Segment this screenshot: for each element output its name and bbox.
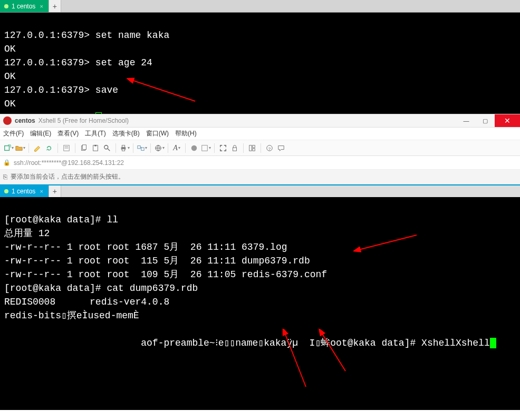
menubar: 文件(F) 编辑(E) 查看(V) 工具(T) 选项卡(B) 窗口(W) 帮助(…: [0, 128, 520, 140]
script-icon[interactable]: [189, 143, 199, 153]
tab-label: 1 centos: [12, 188, 35, 195]
svg-rect-22: [253, 148, 255, 150]
tab-centos-top[interactable]: 1 centos ×: [0, 0, 49, 12]
term-line: -rw-r--r-- 1 root root 109 5月 26 11:05 r…: [4, 269, 327, 280]
menu-view[interactable]: 查看(V): [57, 129, 79, 138]
hint-text: 要添加当前会话，点击左侧的箭头按钮。: [11, 172, 124, 181]
fullscreen-icon[interactable]: [218, 143, 228, 153]
maximize-button[interactable]: ▢: [476, 114, 495, 127]
term-line: OK: [4, 71, 16, 82]
svg-rect-19: [233, 148, 237, 151]
script-dropdown-icon[interactable]: [200, 143, 211, 153]
redis-terminal[interactable]: 127.0.0.1:6379> set name kaka OK 127.0.0…: [0, 13, 520, 114]
svg-rect-6: [82, 144, 86, 149]
term-line: -rw-r--r-- 1 root root 115 5月 26 11:11 d…: [4, 256, 310, 266]
hint-bar: ⎘ 要添加当前会话，点击左侧的箭头按钮。: [0, 170, 520, 184]
term-line: aof-preamble~⁝e▯▯name▯kakaÿµ I▯蛑oot@kaka…: [4, 338, 490, 348]
svg-rect-21: [253, 145, 255, 147]
properties-icon[interactable]: [61, 143, 72, 153]
status-dot-icon: [4, 189, 8, 193]
help-icon[interactable]: ?: [264, 143, 275, 153]
term-line: OK: [4, 44, 16, 54]
toolbar: A ?: [0, 140, 520, 156]
globe-icon[interactable]: [154, 143, 165, 153]
layout-icon[interactable]: [247, 143, 257, 153]
menu-help[interactable]: 帮助(H): [175, 129, 197, 138]
svg-rect-15: [141, 148, 143, 150]
term-line: [root@kaka data]# ll: [4, 214, 118, 225]
term-line: 127.0.0.1:6379> set name kaka: [4, 30, 169, 41]
svg-point-17: [191, 145, 197, 151]
svg-rect-13: [122, 149, 124, 151]
lock-small-icon: 🔒: [3, 159, 11, 166]
transfer-icon[interactable]: [137, 143, 147, 153]
menu-file[interactable]: 文件(F): [3, 129, 24, 138]
svg-rect-12: [122, 145, 124, 147]
annotation-arrow-icon: [127, 75, 200, 106]
bottom-terminal-tabbar: 1 centos × +: [0, 184, 520, 197]
open-folder-icon[interactable]: [15, 143, 25, 153]
svg-line-25: [359, 235, 417, 250]
paste-icon[interactable]: [90, 143, 101, 153]
top-terminal-tabbar: 1 centos × +: [0, 0, 520, 13]
address-bar: 🔒 ssh://root:********@192.168.254.131:22: [0, 156, 520, 170]
term-line: 127.0.0.1:6379> set age 24: [4, 57, 152, 68]
term-line: REDIS0008 redis-ver4.0.8: [4, 297, 169, 307]
window-title: centos: [15, 117, 35, 124]
print-icon[interactable]: [119, 143, 130, 153]
close-button[interactable]: ✕: [495, 114, 520, 127]
font-icon[interactable]: A: [171, 143, 182, 153]
menu-edit[interactable]: 编辑(E): [30, 129, 51, 138]
menu-tools[interactable]: 工具(T): [85, 129, 105, 138]
menu-tabs[interactable]: 选项卡(B): [112, 129, 140, 138]
shell-terminal[interactable]: [root@kaka data]# ll 总用量 12 -rw-r--r-- 1…: [0, 197, 520, 410]
svg-rect-8: [94, 144, 97, 146]
xshell-app-icon: [3, 116, 12, 125]
term-line: [root@kaka data]# cat dump6379.rdb: [4, 283, 198, 294]
add-tab-button[interactable]: +: [49, 185, 61, 197]
cursor-icon: [490, 338, 496, 348]
tab-label: 1 centos: [12, 3, 35, 10]
new-session-icon[interactable]: [3, 143, 14, 153]
svg-point-9: [104, 145, 108, 149]
svg-rect-14: [137, 145, 140, 148]
find-icon[interactable]: [102, 143, 112, 153]
address-text[interactable]: ssh://root:********@192.168.254.131:22: [14, 159, 517, 167]
chat-icon[interactable]: [276, 143, 286, 153]
tab-centos-bottom[interactable]: 1 centos ×: [0, 185, 49, 197]
term-line: 127.0.0.1:6379> save: [4, 85, 118, 95]
svg-rect-18: [201, 145, 207, 151]
annotation-arrow-icon: [314, 329, 356, 376]
menu-window[interactable]: 窗口(W): [146, 129, 169, 138]
minimize-button[interactable]: —: [457, 114, 476, 127]
term-line: OK: [4, 99, 16, 109]
svg-line-10: [108, 148, 110, 150]
annotation-arrow-icon: [353, 230, 422, 256]
svg-line-0: [132, 80, 195, 101]
svg-text:?: ?: [268, 146, 271, 151]
highlighter-icon[interactable]: [32, 143, 43, 153]
arrow-right-icon[interactable]: ⎘: [3, 173, 7, 181]
copy-icon[interactable]: [79, 143, 89, 153]
term-line: redis-bits▯㨠eÌused-memÈ: [4, 310, 139, 321]
status-dot-icon: [4, 4, 8, 8]
term-line: 总用量 12: [4, 228, 50, 239]
close-icon[interactable]: ×: [38, 188, 44, 194]
reconnect-icon[interactable]: [44, 143, 54, 153]
lock-icon[interactable]: [229, 143, 240, 153]
term-line: -rw-r--r-- 1 root root 1687 5月 26 11:11 …: [4, 242, 287, 252]
close-icon[interactable]: ×: [38, 3, 44, 9]
window-subtitle: Xshell 5 (Free for Home/School): [38, 117, 129, 124]
xshell-titlebar: centos Xshell 5 (Free for Home/School) —…: [0, 114, 520, 128]
add-tab-button[interactable]: +: [49, 0, 61, 12]
svg-rect-20: [249, 145, 252, 151]
svg-rect-1: [4, 145, 9, 150]
